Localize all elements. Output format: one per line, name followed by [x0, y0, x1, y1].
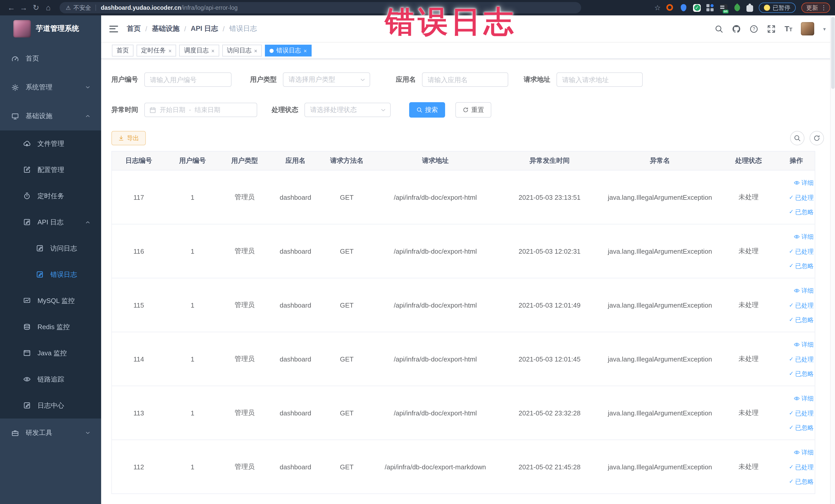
extension-check-icon[interactable]: ✓: [693, 4, 701, 12]
close-tab-icon[interactable]: ×: [211, 47, 215, 54]
ignored-link[interactable]: ✓已忽略: [789, 259, 814, 273]
tab-错误日志[interactable]: 错误日志×: [265, 45, 312, 57]
sidebar-item-java-monitor[interactable]: Java 监控: [0, 340, 101, 366]
breadcrumb-api-log[interactable]: API 日志: [191, 24, 218, 33]
sidebar-item-home[interactable]: 首页: [0, 44, 101, 73]
ignored-link[interactable]: ✓已忽略: [789, 420, 814, 435]
check-icon: ✓: [789, 356, 794, 362]
detail-link[interactable]: 详细: [794, 445, 814, 460]
help-icon[interactable]: ?: [750, 24, 758, 33]
browser-home-icon[interactable]: ⌂: [42, 0, 55, 15]
sidebar-item-scheduled-tasks[interactable]: 定时任务: [0, 183, 101, 209]
breadcrumb-home[interactable]: 首页: [127, 24, 141, 33]
ignored-link[interactable]: ✓已忽略: [789, 474, 814, 489]
tab-首页[interactable]: 首页: [112, 45, 134, 57]
paused-profile-chip[interactable]: 已暂停: [759, 3, 795, 13]
ignored-link[interactable]: ✓已忽略: [789, 366, 814, 381]
user-avatar[interactable]: [801, 22, 814, 36]
close-tab-icon[interactable]: ×: [254, 47, 258, 54]
sidebar-item-file-mgmt[interactable]: 文件管理: [0, 130, 101, 157]
extension-plant-icon[interactable]: [733, 4, 741, 12]
logdoc-icon: [36, 244, 44, 252]
processed-link[interactable]: ✓已处理: [789, 406, 814, 420]
sidebar-item-infrastructure[interactable]: 基础设施: [0, 102, 101, 130]
error-log-table: 日志编号用户编号用户类型应用名请求方法名请求地址异常发生时间异常名处理状态操作 …: [111, 151, 815, 494]
calendar-icon: [149, 106, 156, 113]
sidebar-item-redis-monitor[interactable]: Redis 监控: [0, 314, 101, 340]
process-status-select[interactable]: 请选择处理状态: [304, 103, 391, 117]
cell-method: GET: [321, 440, 372, 494]
extension-orange-icon[interactable]: [666, 4, 674, 12]
processed-link[interactable]: ✓已处理: [789, 298, 814, 313]
toggle-search-button[interactable]: [790, 131, 804, 145]
cell-app-name: dashboard: [270, 224, 321, 278]
bookmark-star-icon[interactable]: ☆: [654, 4, 661, 12]
process-status-placeholder: 请选择处理状态: [310, 105, 357, 115]
scrollbar-thumb[interactable]: [831, 17, 834, 89]
user-menu-caret-icon[interactable]: ▾: [823, 26, 826, 32]
header-search-icon[interactable]: [715, 24, 724, 33]
exception-time-range-picker[interactable]: 开始日期 - 结束日期: [144, 103, 257, 117]
tab-调度日志[interactable]: 调度日志×: [179, 45, 219, 57]
timer-icon: [23, 192, 31, 200]
app-logo[interactable]: 芋道管理系统: [0, 15, 101, 42]
detail-link[interactable]: 详细: [794, 229, 814, 244]
sidebar-item-access-log[interactable]: 访问日志: [0, 235, 101, 261]
font-size-icon[interactable]: TT: [785, 24, 792, 34]
extensions-puzzle-icon[interactable]: [747, 5, 753, 12]
user-type-select[interactable]: 请选择用户类型: [283, 73, 370, 87]
sidebar-item-api-log[interactable]: API 日志: [0, 209, 101, 235]
sidebar-item-dev-tools[interactable]: 研发工具: [0, 419, 101, 447]
sidebar-item-error-log[interactable]: 错误日志: [0, 261, 101, 287]
page-scrollbar[interactable]: [830, 15, 835, 504]
browser-back-icon[interactable]: ←: [5, 0, 18, 15]
processed-link[interactable]: ✓已处理: [789, 190, 814, 205]
sidebar-item-label: API 日志: [38, 218, 63, 227]
refresh-table-button[interactable]: [809, 131, 824, 145]
user-id-input[interactable]: [144, 73, 231, 87]
browser-forward-icon[interactable]: →: [18, 0, 30, 15]
close-tab-icon[interactable]: ×: [168, 47, 172, 54]
browser-menu-kebab-icon[interactable]: ⋮: [821, 4, 827, 11]
github-icon[interactable]: [732, 24, 741, 33]
sidebar-item-mysql-monitor[interactable]: MySQL 监控: [0, 287, 101, 314]
ignored-link[interactable]: ✓已忽略: [789, 313, 814, 327]
sidebar-item-system-mgmt[interactable]: 系统管理: [0, 73, 101, 102]
app-name-input[interactable]: [422, 73, 508, 87]
processed-link[interactable]: ✓已处理: [789, 244, 814, 259]
cell-actions: 详细✓已处理✓已忽略: [778, 278, 815, 332]
fullscreen-icon[interactable]: [767, 24, 776, 33]
sidebar-item-config-mgmt[interactable]: 配置管理: [0, 157, 101, 183]
process-status-label: 处理状态: [271, 105, 298, 115]
column-header: 应用名: [270, 151, 321, 170]
breadcrumb-infrastructure[interactable]: 基础设施: [152, 24, 180, 33]
detail-link[interactable]: 详细: [794, 283, 814, 298]
table-row: 1151管理员dashboardGET/api/infra/db-doc/exp…: [111, 278, 815, 332]
browser-reload-icon[interactable]: ↻: [30, 0, 42, 15]
tab-定时任务[interactable]: 定时任务×: [137, 45, 176, 57]
sidebar-item-log-center[interactable]: 日志中心: [0, 392, 101, 419]
cell-actions: 详细✓已处理✓已忽略: [778, 332, 815, 386]
extension-shield-icon[interactable]: [680, 4, 687, 12]
sidebar-item-trace[interactable]: 链路追踪: [0, 366, 101, 392]
close-tab-icon[interactable]: ×: [304, 47, 307, 54]
processed-link[interactable]: ✓已处理: [789, 460, 814, 474]
cell-user-id: 1: [166, 278, 220, 332]
request-url-input[interactable]: [556, 73, 643, 87]
cell-process-status: 未处理: [719, 224, 778, 278]
detail-link[interactable]: 详细: [794, 176, 814, 190]
extension-grid-icon[interactable]: [707, 4, 714, 12]
sidebar-toggle-icon[interactable]: [109, 25, 118, 32]
processed-link[interactable]: ✓已处理: [789, 352, 814, 366]
tab-访问日志[interactable]: 访问日志×: [222, 45, 262, 57]
reset-button[interactable]: 重置: [455, 102, 491, 118]
ignored-link[interactable]: ✓已忽略: [789, 205, 814, 219]
detail-link[interactable]: 详细: [794, 391, 814, 406]
extension-on-badge-icon[interactable]: on: [720, 4, 728, 12]
search-button[interactable]: 搜索: [409, 102, 445, 118]
annotation-overlay-title: 错误日志: [385, 2, 516, 42]
column-header: 异常名: [601, 151, 719, 170]
detail-link[interactable]: 详细: [794, 337, 814, 352]
browser-update-button[interactable]: 更新 ⋮: [801, 3, 830, 13]
export-button[interactable]: 导出: [111, 131, 146, 145]
